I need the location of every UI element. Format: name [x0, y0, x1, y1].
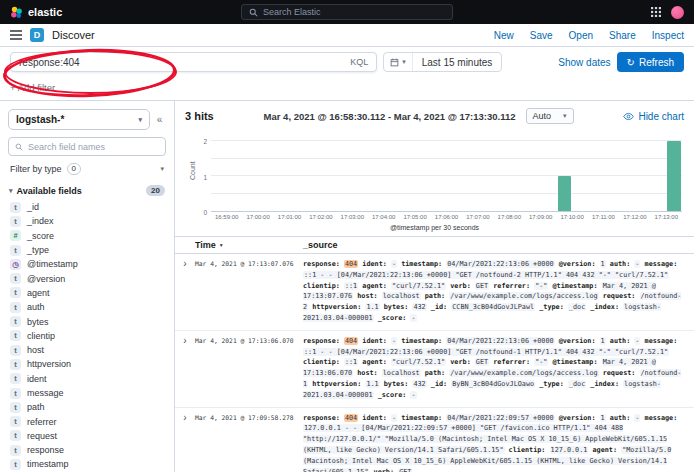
- y-tick-label: 1: [203, 173, 207, 180]
- documents-tbody: ›Mar 4, 2021 @ 17:13:07.076response: 404…: [175, 254, 694, 472]
- field-item-@version[interactable]: t@version: [8, 271, 166, 285]
- field-item-request[interactable]: trequest: [8, 429, 166, 443]
- query-bar: response:404 KQL ▾ Last 15 minutes Show …: [0, 47, 694, 76]
- field-item-agent[interactable]: tagent: [8, 286, 166, 300]
- field-item-_id[interactable]: t_id: [8, 200, 166, 214]
- index-pattern-select[interactable]: logstash-* ▾: [8, 109, 150, 130]
- source-field-name: ident:: [362, 414, 387, 422]
- elastic-logo-icon: [10, 6, 23, 19]
- brand-name: elastic: [28, 6, 62, 18]
- histogram-bar[interactable]: [558, 176, 571, 211]
- x-tick-label: 17:06:00: [435, 214, 458, 220]
- field-item-message[interactable]: tmessage: [8, 386, 166, 400]
- kibana-discover-app: elastic Search Elastic D Discover NewSav…: [0, 0, 694, 472]
- field-item-bytes[interactable]: tbytes: [8, 314, 166, 328]
- field-item-clientip[interactable]: tclientip: [8, 329, 166, 343]
- field-name: host: [27, 345, 44, 355]
- field-item-httpversion[interactable]: thttpversion: [8, 357, 166, 371]
- add-filter-button[interactable]: + Add filter: [10, 82, 55, 93]
- source-field-name: response:: [303, 260, 340, 268]
- index-pattern-name: logstash-*: [16, 114, 64, 125]
- refresh-button[interactable]: ↻ Refresh: [617, 52, 684, 72]
- elastic-logo[interactable]: elastic: [10, 6, 62, 19]
- global-search-input[interactable]: Search Elastic: [241, 4, 453, 20]
- action-share[interactable]: Share: [609, 30, 636, 41]
- source-field-name: message:: [645, 260, 678, 268]
- action-open[interactable]: Open: [569, 30, 593, 41]
- source-field-value: "curl/7.52.1": [391, 282, 446, 290]
- source-field-name: referrer:: [493, 358, 530, 366]
- expand-doc-icon[interactable]: ›: [175, 336, 195, 401]
- apps-grid-icon[interactable]: [651, 7, 661, 17]
- source-field-value: 127.0.0.1: [550, 446, 589, 454]
- action-new[interactable]: New: [494, 30, 514, 41]
- field-item-auth[interactable]: tauth: [8, 300, 166, 314]
- y-axis-ticks: 012: [197, 130, 211, 212]
- number-field-icon: #: [10, 230, 21, 241]
- field-name: message: [27, 388, 64, 398]
- time-range-button[interactable]: Last 15 minutes: [413, 57, 502, 68]
- source-field-value-highlighted: 404: [344, 260, 358, 268]
- field-name: path: [27, 402, 45, 412]
- field-item-path[interactable]: tpath: [8, 400, 166, 414]
- source-field-value: ::1: [344, 282, 358, 290]
- source-field-name: @timestamp:: [553, 358, 598, 366]
- source-field-name: auth:: [610, 337, 630, 345]
- source-field-value: -: [634, 414, 640, 422]
- field-item-_type[interactable]: t_type: [8, 243, 166, 257]
- filter-by-type[interactable]: Filter by type 0 ▾: [8, 162, 166, 176]
- available-fields-header[interactable]: ▾ Available fields 20: [8, 185, 166, 196]
- chart-header: Mar 4, 2021 @ 16:58:30.112 - Mar 4, 2021…: [222, 108, 616, 124]
- field-name: @timestamp: [27, 259, 78, 269]
- expand-doc-icon[interactable]: ›: [175, 259, 195, 324]
- expand-doc-icon[interactable]: ›: [175, 413, 195, 472]
- show-dates-link[interactable]: Show dates: [558, 57, 610, 68]
- field-item-ident[interactable]: tident: [8, 372, 166, 386]
- source-field-value: 1: [600, 260, 606, 268]
- collapse-sidebar-icon[interactable]: «: [153, 114, 166, 125]
- query-input[interactable]: response:404 KQL: [10, 52, 377, 72]
- global-header: elastic Search Elastic: [0, 0, 694, 24]
- column-header-source[interactable]: _source: [299, 240, 694, 250]
- field-item-referrer[interactable]: treferrer: [8, 414, 166, 428]
- source-field-name: verb:: [450, 358, 470, 366]
- source-field-name: agent:: [362, 358, 387, 366]
- source-field-value: GET: [398, 468, 412, 472]
- doc-time: Mar 4, 2021 @ 17:13:07.076: [195, 259, 299, 324]
- hide-chart-link[interactable]: Hide chart: [623, 111, 684, 122]
- chevron-down-icon: ▾: [9, 187, 13, 195]
- field-name: _score: [27, 231, 54, 241]
- field-item-_score[interactable]: #_score: [8, 229, 166, 243]
- x-tick-label: 17:13:00: [655, 214, 678, 220]
- field-item-host[interactable]: thost: [8, 343, 166, 357]
- field-item-timestamp[interactable]: ttimestamp: [8, 457, 166, 471]
- user-avatar[interactable]: [671, 6, 684, 19]
- sort-desc-icon[interactable]: ▼: [219, 242, 224, 248]
- source-field-name: _score:: [378, 314, 407, 322]
- action-save[interactable]: Save: [530, 30, 553, 41]
- menu-icon[interactable]: [10, 30, 22, 40]
- fields-sidebar: logstash-* ▾ « Search field names Filter…: [0, 101, 175, 472]
- source-field-name: @timestamp:: [553, 282, 598, 290]
- field-search-input[interactable]: Search field names: [8, 137, 166, 156]
- histogram-bar[interactable]: [667, 141, 680, 211]
- field-name: _index: [27, 216, 54, 226]
- string-field-icon: t: [10, 402, 21, 413]
- calendar-button[interactable]: ▾: [384, 53, 413, 71]
- x-tick-label: 17:11:00: [592, 214, 615, 220]
- interval-select[interactable]: Auto ▾: [526, 108, 574, 124]
- chevron-down-icon: ▾: [563, 112, 567, 120]
- source-field-name: response:: [303, 414, 340, 422]
- source-field-name: bytes:: [384, 303, 409, 311]
- string-field-icon: t: [10, 302, 21, 313]
- x-tick-label: 17:01:00: [278, 214, 301, 220]
- discover-app-icon[interactable]: D: [30, 28, 44, 42]
- field-item-response[interactable]: tresponse: [8, 443, 166, 457]
- y-tick-label: 0: [203, 209, 207, 216]
- column-header-time[interactable]: Time ▼: [195, 240, 299, 250]
- x-tick-label: 17:07:00: [466, 214, 489, 220]
- field-item-@timestamp[interactable]: ◷@timestamp: [8, 257, 166, 271]
- query-language-label[interactable]: KQL: [350, 57, 368, 67]
- field-item-_index[interactable]: t_index: [8, 214, 166, 228]
- action-inspect[interactable]: Inspect: [652, 30, 684, 41]
